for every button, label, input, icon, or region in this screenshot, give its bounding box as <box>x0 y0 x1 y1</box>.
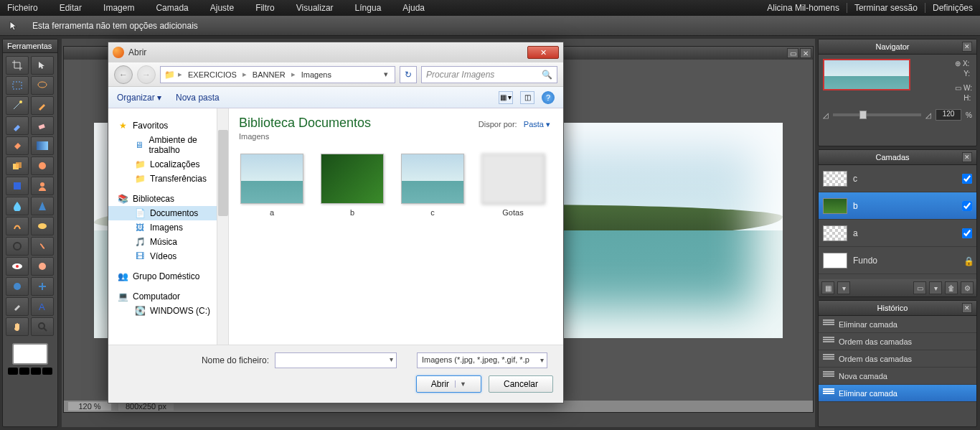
file-thumb[interactable]: a <box>239 154 305 217</box>
layer-visibility-checkbox[interactable] <box>962 201 972 211</box>
layer-visibility-checkbox[interactable] <box>962 174 972 184</box>
history-item[interactable]: Eliminar camada <box>819 385 976 402</box>
history-item[interactable]: Ordem das camadas <box>819 350 976 368</box>
window-maximize-button[interactable]: ▭ <box>787 48 798 58</box>
navigator-thumbnail[interactable] <box>823 59 910 90</box>
gradient-tool[interactable] <box>31 136 54 155</box>
layer-row[interactable]: Fundo 🔒 <box>819 247 976 274</box>
tree-drive-c[interactable]: 💽WINDOWS (C:) <box>108 304 228 318</box>
open-button[interactable]: Abrir▼ <box>416 375 481 393</box>
shape-tool[interactable] <box>6 177 29 195</box>
split-dropdown-icon[interactable]: ▼ <box>455 380 466 388</box>
zoom-in-icon[interactable]: ◿ <box>925 111 931 119</box>
history-item[interactable]: Eliminar camada <box>819 316 976 333</box>
layer-mask-button[interactable]: ▾ <box>837 281 850 294</box>
clone-tool[interactable] <box>6 156 29 175</box>
move-tool[interactable] <box>31 56 54 75</box>
zoom-value-input[interactable]: 120 <box>936 109 961 121</box>
refresh-button[interactable]: ↻ <box>400 66 417 83</box>
file-thumb[interactable]: c <box>400 154 466 217</box>
duplicate-layer-button[interactable]: ▭ <box>913 281 926 294</box>
brush-tool[interactable] <box>6 116 29 135</box>
swatch[interactable] <box>19 368 29 375</box>
file-name-input[interactable]: ▾ <box>275 352 397 368</box>
panel-close-button[interactable]: ✕ <box>962 303 972 313</box>
file-thumb[interactable]: b <box>319 154 385 217</box>
forward-button[interactable]: → <box>137 65 156 84</box>
wand-tool[interactable] <box>6 96 29 115</box>
layer-row[interactable]: b <box>819 192 976 220</box>
help-button[interactable]: ? <box>542 91 555 104</box>
panel-close-button[interactable]: ✕ <box>962 152 972 162</box>
tree-desktop[interactable]: 🖥Ambiente de trabalho <box>108 133 228 157</box>
dropdown-icon[interactable]: ▾ <box>390 355 393 363</box>
pencil-tool[interactable] <box>31 96 54 115</box>
menu-camada[interactable]: Camada <box>156 3 188 13</box>
cancel-button[interactable]: Cancelar <box>489 375 553 393</box>
zoom-slider[interactable] <box>833 113 921 116</box>
blur-tool[interactable] <box>6 197 29 215</box>
dodge-tool[interactable] <box>6 237 29 256</box>
view-mode-button[interactable]: ▦ ▾ <box>499 91 513 104</box>
new-folder-button[interactable]: Nova pasta <box>176 93 220 103</box>
tree-computer[interactable]: 💻Computador <box>108 289 228 304</box>
history-item[interactable]: Ordem das camadas <box>819 333 976 350</box>
bloat-tool[interactable] <box>6 277 29 296</box>
swatch[interactable] <box>31 368 41 375</box>
layer-row[interactable]: a <box>819 220 976 247</box>
menu-visualizar[interactable]: Visualizar <box>296 3 334 13</box>
back-button[interactable]: ← <box>114 65 133 84</box>
crop-tool[interactable] <box>6 56 29 75</box>
dropdown-icon[interactable]: ▾ <box>540 356 544 364</box>
breadcrumb-segment[interactable]: BANNER <box>250 70 288 79</box>
window-close-button[interactable]: ✕ <box>800 48 811 58</box>
user-name[interactable]: Alicina Mil-homens <box>760 3 839 13</box>
spot-heal-tool[interactable] <box>31 257 54 276</box>
new-layer-button[interactable]: ▦ <box>821 281 834 294</box>
preview-pane-button[interactable]: ◫ <box>520 91 534 104</box>
breadcrumb-segment[interactable]: EXERCICIOS <box>185 70 240 79</box>
tree-downloads[interactable]: 📁Transferências <box>108 172 228 186</box>
bucket-tool[interactable] <box>6 136 29 155</box>
settings-link[interactable]: Definições <box>925 3 973 13</box>
foreground-color-swatch[interactable] <box>12 343 48 365</box>
menu-ajuda[interactable]: Ajuda <box>402 3 425 13</box>
marquee-tool[interactable] <box>6 76 29 95</box>
tree-videos[interactable]: 🎞Vídeos <box>108 249 228 263</box>
layer-settings-button[interactable]: ⚙ <box>961 281 974 294</box>
tree-music[interactable]: 🎵Música <box>108 235 228 249</box>
menu-lingua[interactable]: Língua <box>355 3 382 13</box>
panel-close-button[interactable]: ✕ <box>962 42 972 52</box>
file-thumb[interactable]: Gotas <box>480 154 546 217</box>
menu-filtro[interactable]: Filtro <box>255 3 275 13</box>
lasso-tool[interactable] <box>31 76 54 95</box>
tree-documents[interactable]: 📄Documentos <box>108 206 228 220</box>
swatch[interactable] <box>8 368 18 375</box>
layer-visibility-checkbox[interactable] <box>962 228 972 238</box>
zoom-out-icon[interactable]: ◿ <box>823 111 829 119</box>
people-tool[interactable] <box>31 177 54 195</box>
pinch-tool[interactable] <box>31 277 54 296</box>
menu-editar[interactable]: Editar <box>60 3 82 13</box>
type-tool[interactable]: A <box>31 297 54 316</box>
menu-ficheiro[interactable]: Ficheiro <box>7 3 38 13</box>
eraser-tool[interactable] <box>31 116 54 135</box>
hand-tool[interactable] <box>6 317 29 336</box>
smudge-tool[interactable] <box>6 217 29 235</box>
tree-libraries[interactable]: 📚Bibliotecas <box>108 192 228 206</box>
tree-favorites[interactable]: ★Favoritos <box>108 118 228 133</box>
color-replace-tool[interactable] <box>31 156 54 175</box>
arrange-value[interactable]: Pasta ▾ <box>524 120 550 128</box>
menu-imagem[interactable]: Imagem <box>103 3 134 13</box>
eyedropper-tool[interactable] <box>6 297 29 316</box>
logout-link[interactable]: Terminar sessão <box>847 3 918 13</box>
tree-locations[interactable]: 📁Localizações <box>108 157 228 172</box>
scrollbar[interactable] <box>217 108 228 345</box>
breadcrumb[interactable]: 📁 ▸ EXERCICIOS ▸ BANNER ▸ Imagens ▾ <box>160 66 395 83</box>
menu-ajuste[interactable]: Ajuste <box>210 3 234 13</box>
tree-pictures[interactable]: 🖼Imagens <box>108 220 228 235</box>
burn-tool[interactable] <box>31 237 54 256</box>
swatch[interactable] <box>42 368 52 375</box>
delete-layer-button[interactable]: 🗑 <box>945 281 958 294</box>
sharpen-tool[interactable] <box>31 197 54 215</box>
